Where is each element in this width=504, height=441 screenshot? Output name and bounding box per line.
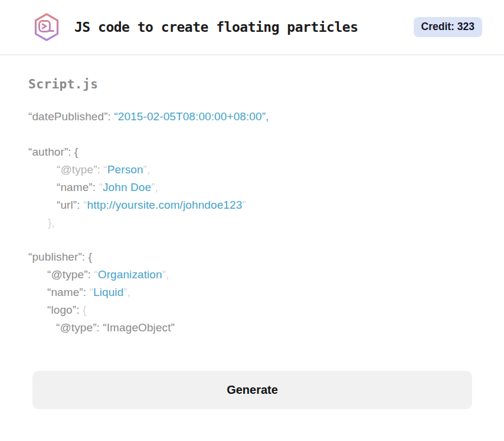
- page-title: JS code to create floating particles: [74, 19, 358, 35]
- code-line: “name”: “Liquid”,: [28, 284, 480, 301]
- code-segment-faded: ”,: [151, 181, 158, 193]
- terminal-prompt-hexagon-icon: [32, 12, 61, 42]
- code-line: “@type”: “Person”,: [28, 161, 480, 179]
- generate-button[interactable]: Generate: [32, 371, 472, 409]
- code-line: },: [28, 214, 480, 232]
- code-line: “name”: “John Doe”,: [28, 179, 480, 196]
- code-line: “datePublished”: “2015-02-05T08:00:00+08…: [28, 108, 480, 126]
- code-segment-value: “2015-02-05T08:00:00+08:00”,: [114, 110, 269, 123]
- code-segment-key: “@type”: “ImageObject”: [56, 321, 175, 334]
- code-segment-value: John Doe: [103, 181, 151, 193]
- code-line: “author”: {: [28, 143, 480, 161]
- file-name-heading: Script.js: [28, 77, 480, 91]
- code-segment-punct: :: [93, 181, 99, 193]
- code-segment-key: “publisher”: [28, 251, 82, 263]
- code-segment-value: http://yoursite.com/johndoe123: [87, 199, 242, 211]
- code-line: “publisher”: {: [28, 248, 480, 266]
- code-segment-lightkey: :: [97, 163, 104, 176]
- code-segment-value: Liquid: [93, 286, 123, 298]
- code-block: “datePublished”: “2015-02-05T08:00:00+08…: [28, 108, 480, 337]
- code-segment-faded: ”: [242, 199, 246, 211]
- code-segment-lightkey: “@type”: [57, 163, 97, 176]
- code-segment-faded: },: [48, 216, 55, 229]
- code-line: “url”: “http://yoursite.com/johndoe123”: [28, 196, 480, 214]
- code-segment-punct: : {: [68, 146, 78, 158]
- credit-badge: Credit: 323: [414, 17, 482, 37]
- code-segment-faded: ”,: [162, 268, 169, 281]
- app-header: JS code to create floating particles Cre…: [0, 0, 504, 55]
- code-segment-punct: :: [76, 304, 83, 316]
- code-segment-key: “url”: [57, 199, 77, 211]
- code-segment-key: “name”: [47, 286, 83, 298]
- code-segment-key: “datePublished”: [28, 110, 108, 123]
- code-segment-faded: ”,: [123, 286, 130, 298]
- main-content: Script.js “datePublished”: “2015-02-05T0…: [0, 77, 504, 409]
- code-segment-key: “name”: [57, 181, 93, 193]
- code-segment-faded: ”,: [143, 163, 150, 176]
- code-segment-punct: :: [77, 199, 83, 211]
- code-segment-value: Person: [107, 163, 143, 176]
- code-segment-key: “@type”: [47, 268, 88, 281]
- code-segment-value: Organization: [98, 268, 162, 281]
- code-segment-faded: {: [83, 304, 86, 316]
- code-segment-key: “author”: [28, 146, 68, 158]
- code-segment-punct: :: [83, 286, 90, 298]
- code-segment-punct: :: [88, 268, 94, 281]
- code-segment-key: “logo”: [47, 304, 76, 316]
- code-segment-punct: : {: [82, 251, 92, 263]
- code-line: “logo”: {: [28, 301, 480, 319]
- code-line: “@type”: “Organization”,: [28, 266, 480, 284]
- code-line: “@type”: “ImageObject”: [28, 319, 480, 337]
- code-segment-punct: :: [108, 110, 114, 123]
